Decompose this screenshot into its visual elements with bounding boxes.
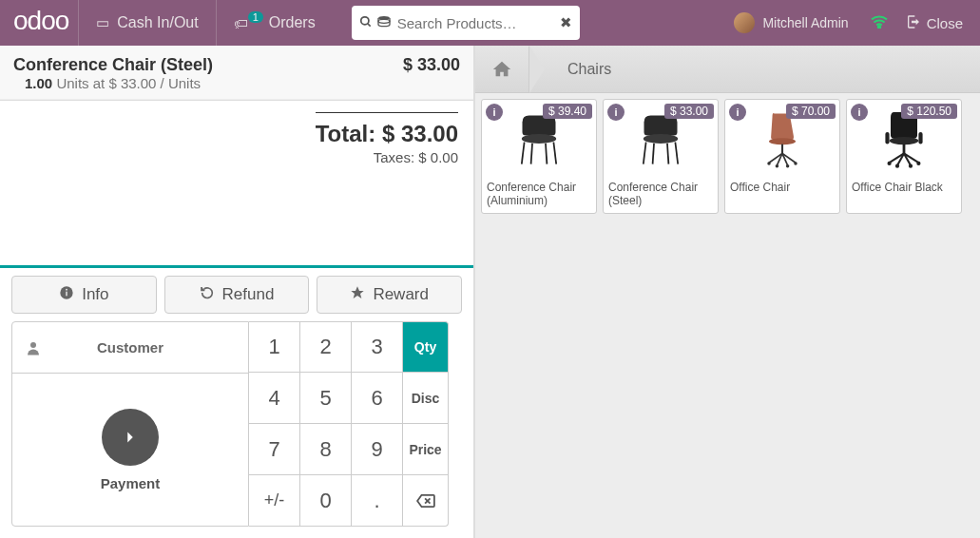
refund-label: Refund — [222, 285, 275, 304]
svg-point-29 — [794, 162, 797, 165]
svg-point-22 — [769, 138, 796, 144]
clear-search-icon[interactable]: ✖ — [560, 14, 572, 31]
payment-label: Payment — [101, 475, 161, 491]
barcode-icon — [376, 15, 392, 31]
svg-point-30 — [776, 164, 779, 168]
breadcrumb: Chairs — [475, 46, 980, 93]
svg-marker-8 — [352, 286, 364, 298]
numkey-backspace[interactable] — [403, 475, 449, 527]
numkey-8[interactable]: 8 — [300, 424, 352, 475]
svg-line-1 — [367, 23, 370, 26]
customer-icon — [12, 339, 54, 356]
close-label: Close — [927, 15, 963, 31]
home-button[interactable] — [475, 46, 528, 92]
reward-label: Reward — [373, 285, 429, 304]
reward-button[interactable]: Reward — [317, 276, 462, 314]
cash-icon: ▭ — [96, 14, 109, 31]
line-product-name: Conference Chair (Steel) — [13, 55, 213, 75]
product-name: Office Chair Black — [847, 178, 961, 206]
svg-line-20 — [653, 144, 654, 164]
svg-line-21 — [667, 144, 668, 164]
mode-qty[interactable]: Qty — [403, 321, 449, 373]
numkey-sign[interactable]: +/- — [249, 475, 300, 527]
product-name: Conference Chair (Steel) — [604, 178, 718, 213]
info-icon — [59, 285, 74, 305]
customer-button[interactable]: Customer — [12, 322, 248, 374]
numkey-0[interactable]: 0 — [300, 475, 352, 527]
product-card[interactable]: i$ 39.40Conference Chair (Aluminium) — [481, 99, 597, 214]
info-label: Info — [82, 285, 108, 304]
numkey-4[interactable]: 4 — [249, 373, 300, 424]
numkey-7[interactable]: 7 — [249, 424, 300, 475]
numpad: 1 2 3 Qty 4 5 6 Disc 7 8 9 Price +/- 0 . — [249, 321, 449, 527]
numkey-dot[interactable]: . — [352, 475, 403, 527]
product-card[interactable]: i$ 33.00Conference Chair (Steel) — [603, 99, 719, 214]
product-name: Conference Chair (Aluminium) — [482, 178, 596, 213]
product-grid: i$ 39.40Conference Chair (Aluminium)i$ 3… — [475, 93, 980, 220]
svg-line-15 — [531, 144, 532, 164]
svg-line-18 — [644, 143, 646, 164]
numkey-1[interactable]: 1 — [249, 321, 300, 373]
svg-point-0 — [360, 16, 368, 24]
product-price: $ 120.50 — [901, 104, 957, 119]
product-card[interactable]: i$ 120.50Office Chair Black — [846, 99, 962, 214]
numkey-3[interactable]: 3 — [352, 321, 403, 373]
product-price: $ 39.40 — [543, 104, 592, 119]
svg-point-12 — [522, 134, 556, 144]
wifi-icon — [860, 13, 898, 32]
product-price: $ 70.00 — [786, 104, 836, 119]
logo: odoo — [10, 6, 78, 40]
line-qty: 1.00 — [25, 75, 52, 91]
numkey-2[interactable]: 2 — [300, 321, 352, 373]
line-unitinfo: Units at $ 33.00 / Units — [56, 75, 201, 91]
svg-rect-32 — [885, 132, 889, 144]
mode-disc[interactable]: Disc — [403, 373, 449, 424]
left-pane: Conference Chair (Steel) $ 33.00 1.00 Un… — [0, 46, 475, 538]
user-button[interactable]: Mitchell Admin — [722, 12, 859, 33]
numkey-5[interactable]: 5 — [300, 373, 352, 424]
product-name: Office Chair — [725, 178, 839, 206]
svg-line-14 — [553, 143, 556, 164]
search-box[interactable]: ✖ — [352, 6, 580, 40]
svg-point-9 — [30, 342, 36, 348]
breadcrumb-category[interactable]: Chairs — [545, 61, 626, 78]
order-line[interactable]: Conference Chair (Steel) $ 33.00 1.00 Un… — [0, 46, 473, 100]
svg-rect-6 — [66, 291, 67, 296]
mode-price[interactable]: Price — [403, 424, 449, 475]
orders-button[interactable]: 🏷1 Orders — [216, 0, 333, 46]
line-price: $ 33.00 — [403, 55, 460, 75]
product-info-icon[interactable]: i — [607, 104, 625, 121]
payment-icon — [102, 409, 159, 466]
svg-point-41 — [916, 162, 920, 165]
search-icon — [359, 15, 373, 31]
search-wrap: ✖ — [352, 6, 580, 40]
refund-button[interactable]: Refund — [164, 276, 310, 314]
product-card[interactable]: i$ 70.00Office Chair — [724, 99, 840, 214]
total-label: Total: — [316, 121, 376, 146]
pad-wrap: Customer Payment 1 2 3 Qty 4 5 6 Disc 7 — [0, 321, 473, 538]
svg-line-19 — [675, 143, 678, 164]
svg-point-42 — [895, 164, 899, 168]
close-icon — [906, 14, 921, 32]
svg-point-40 — [888, 162, 892, 165]
svg-point-34 — [890, 137, 919, 144]
svg-point-4 — [877, 26, 879, 28]
product-info-icon[interactable]: i — [486, 104, 503, 121]
reward-icon — [350, 285, 365, 305]
svg-point-17 — [644, 134, 678, 144]
product-info-icon[interactable]: i — [729, 104, 746, 121]
refund-icon — [200, 285, 215, 305]
product-image: i$ 70.00 — [725, 100, 839, 178]
orders-label: Orders — [269, 14, 316, 31]
info-button[interactable]: Info — [11, 276, 157, 314]
product-info-icon[interactable]: i — [851, 104, 868, 121]
numkey-9[interactable]: 9 — [352, 424, 403, 475]
search-input[interactable] — [397, 15, 560, 31]
svg-line-13 — [522, 143, 525, 164]
cash-in-out-button[interactable]: ▭ Cash In/Out — [78, 0, 215, 46]
cash-label: Cash In/Out — [117, 14, 198, 31]
close-button[interactable]: Close — [898, 14, 970, 32]
payment-button[interactable]: Payment — [12, 374, 248, 526]
numkey-6[interactable]: 6 — [352, 373, 403, 424]
taxes-label: Taxes: — [374, 149, 414, 165]
